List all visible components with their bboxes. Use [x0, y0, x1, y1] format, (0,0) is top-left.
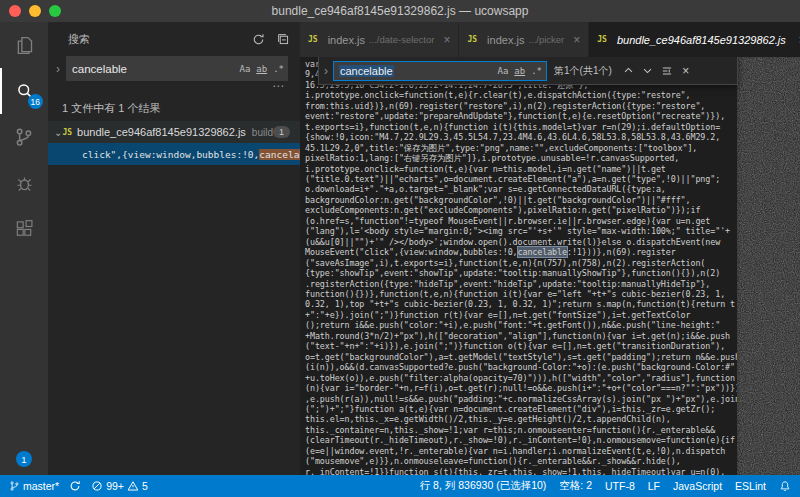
result-file-dir: build: [252, 127, 273, 138]
code-line: (n){var i="border-"+n,r=f(i),o=t.get(r);…: [305, 383, 737, 393]
problems-status[interactable]: 99+ 5: [91, 480, 148, 492]
ellipsis-icon: ⋯: [272, 81, 284, 96]
language-mode-status[interactable]: JavaScript: [673, 480, 722, 492]
debug-icon[interactable]: [0, 160, 48, 206]
code-line: {show:!0,icon:"M4.7,22.9L29.3,45.5L54.7,…: [305, 132, 737, 142]
editor[interactable]: var r=n(240);i.defaultOption={show:!0,ic…: [300, 57, 800, 475]
js-file-icon: JS: [597, 35, 607, 44]
js-file-icon: JS: [467, 35, 477, 44]
sync-icon: [69, 480, 81, 492]
code-line: (o.href=s,"function"!=typeof MouseEvent|…: [305, 216, 737, 226]
whole-word-toggle[interactable]: ab: [256, 64, 267, 74]
error-count: 99+: [106, 480, 124, 492]
regex-toggle[interactable]: .*: [273, 64, 284, 74]
collapse-all-icon[interactable]: [277, 33, 290, 46]
bell-icon[interactable]: [779, 480, 791, 493]
find-in-selection-icon[interactable]: [658, 62, 676, 80]
cursor-position[interactable]: 行 8, 列 836930 (已选择10): [420, 479, 547, 493]
result-file-row[interactable]: ⌄ JS bundle_ce946af8145e91329862.js buil…: [48, 121, 300, 143]
toggle-replace-button[interactable]: ›: [50, 56, 66, 81]
match-text-before: click",{view:window,bubbles:!0,: [82, 149, 259, 160]
code-line: 45.1L29.2,0",title:"保存为图片",type:"png",na…: [305, 143, 737, 153]
match-case-toggle[interactable]: Aa: [239, 64, 250, 74]
activity-bar-notification-badge[interactable]: 1: [16, 451, 32, 467]
regex-toggle[interactable]: .*: [531, 66, 542, 76]
sidebar-title: 搜索: [68, 32, 90, 47]
workbench: 16 1 搜索: [0, 22, 800, 475]
code-line: (i(n)),o&&(d.canvasSupported?e.push("bac…: [305, 362, 737, 372]
code-line: backgroundColor:n.get("backgroundColor",…: [305, 195, 737, 205]
previous-match-button[interactable]: [620, 62, 638, 80]
minimap[interactable]: [737, 57, 800, 475]
close-find-button[interactable]: ×: [677, 62, 695, 80]
vscode-window: bundle_ce946af8145e91329862.js — ucowsap…: [0, 0, 800, 497]
code-line: .registerAction({type:"hideTip",event:"h…: [305, 279, 737, 289]
find-input[interactable]: cancelable Aa ab .*: [333, 61, 547, 81]
code-line: o.download=i+"."+a,o.target="_blank";var…: [305, 184, 737, 194]
code-line: ("saveAsImage",i),t.exports=i},function(…: [305, 258, 737, 268]
code-line: (";")+";"}function a(t,e){var n=document…: [305, 404, 737, 414]
search-icon[interactable]: 16: [0, 68, 48, 114]
explorer-icon[interactable]: [0, 22, 48, 68]
indentation-status[interactable]: 空格: 2: [559, 479, 592, 493]
tab-index-date-selector[interactable]: JS index.js .../date-selector ×: [300, 22, 459, 57]
code-line: +Math.round(3*n/2)+"px"),h(["decoration"…: [305, 331, 737, 341]
git-branch-status[interactable]: master*: [9, 480, 59, 492]
match-case-toggle[interactable]: Aa: [497, 66, 508, 76]
eol-status[interactable]: LF: [648, 480, 660, 492]
whole-word-toggle[interactable]: ab: [514, 66, 525, 76]
tab-path-detail: .../picker: [528, 34, 564, 45]
toggle-search-details[interactable]: ⋯: [48, 81, 300, 96]
eslint-status[interactable]: ESLint: [735, 480, 766, 492]
search-input-value: cancelable: [72, 63, 233, 75]
status-bar: master* 99+ 5 行 8, 列 836930 (已选择10) 空格: …: [0, 475, 800, 497]
search-sidebar: 搜索 › cancelable Aa ab .* ⋯: [48, 22, 300, 475]
code-line: (e=e||window.event,!r._enterable){var n=…: [305, 446, 737, 456]
code-line: pixelRatio:1,lang:["右键另存为图片"]},i.prototy…: [305, 153, 737, 163]
tab-bar: JS index.js .../date-selector × JS index…: [300, 22, 800, 57]
code-line: r._inContent=!1}}function s(t){this._zr=…: [305, 467, 737, 475]
code-line: ("lang"),l='<body style="margin:0;"><img…: [305, 226, 737, 236]
result-file-name: bundle_ce946af8145e91329862.js: [77, 126, 246, 138]
zoom-window-button[interactable]: [49, 5, 61, 17]
editor-area: JS index.js .../date-selector × JS index…: [300, 22, 800, 475]
code-line: function(){})},function(t,e,n){function …: [305, 289, 737, 299]
find-input-value: cancelable: [339, 65, 394, 77]
minimize-window-button[interactable]: [29, 5, 41, 17]
code-line: i.prototype.onclick=function(t,e){var n=…: [305, 164, 737, 174]
code-line: ("title.0.text")||"echarts",o=document.c…: [305, 174, 737, 184]
code-line: t.exports=i},function(t,e,n){function i(…: [305, 122, 737, 132]
code-lines[interactable]: var r=n(240);i.defaultOption={show:!0,ic…: [300, 57, 737, 475]
code-line: from:this.uid})},n(69).register("restore…: [305, 101, 737, 111]
tab-label: bundle_ce946af8145e91329862.js: [617, 34, 786, 46]
extensions-icon[interactable]: [0, 206, 48, 252]
tab-bundle-js[interactable]: JS bundle_ce946af8145e91329862.js ×: [589, 22, 800, 57]
toggle-replace-button[interactable]: ›: [319, 57, 333, 84]
close-window-button[interactable]: [9, 5, 21, 17]
js-file-icon: JS: [62, 128, 72, 137]
sidebar-header: 搜索: [48, 22, 300, 56]
code-line: ,e.push(r(a)),null!=s&&e.push("padding:"…: [305, 394, 737, 404]
chevron-down-icon[interactable]: ⌄: [54, 127, 62, 138]
tab-index-picker[interactable]: JS index.js .../picker ×: [459, 22, 589, 57]
warning-count: 5: [142, 480, 148, 492]
minimap-noise: [737, 57, 800, 475]
close-icon[interactable]: ×: [443, 35, 450, 45]
code-line: +":"+e}).join(";")}function r(t){var e=[…: [305, 310, 737, 320]
sync-button[interactable]: [69, 480, 81, 492]
refresh-icon[interactable]: [252, 33, 265, 46]
encoding-status[interactable]: UTF-8: [605, 480, 635, 492]
search-input[interactable]: cancelable Aa ab .*: [66, 56, 288, 81]
code-line: +u.toHex(o)),e.push("filter:alpha(opacit…: [305, 373, 737, 383]
source-control-icon[interactable]: [0, 114, 48, 160]
result-match-row[interactable]: click",{view:window,bubbles:!0,cancelabl…: [48, 143, 300, 165]
activity-bar: 16 1: [0, 22, 48, 475]
close-icon[interactable]: ×: [573, 35, 580, 45]
code-line: ();return i&&e.push("color:"+i),e.push("…: [305, 320, 737, 330]
code-line: 0.32, 1),top "+t+"s cubic-bezier(0.23, 1…: [305, 299, 737, 309]
editor-find-match: cancelable: [518, 247, 567, 257]
window-title: bundle_ce946af8145e91329862.js — ucowsap…: [0, 4, 800, 18]
next-match-button[interactable]: [639, 62, 657, 80]
code-line: excludeComponents:n.get("excludeComponen…: [305, 205, 737, 215]
traffic-lights: [0, 5, 61, 17]
